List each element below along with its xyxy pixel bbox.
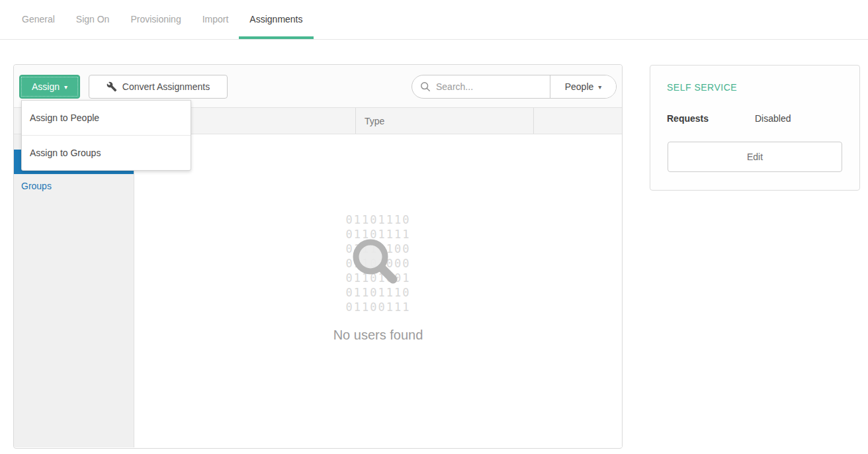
tab-import[interactable]: Import — [192, 0, 239, 39]
assignments-body: People Groups 01101110 01101111 01110100… — [14, 134, 622, 447]
assign-button-label: Assign — [32, 81, 60, 92]
empty-message: No users found — [134, 328, 622, 343]
self-service-panel: SELF SERVICE Requests Disabled Edit — [650, 65, 860, 191]
search-scope-dropdown[interactable]: People▾ — [550, 75, 616, 98]
search-scope-label: People — [565, 81, 594, 92]
column-header-type: Type — [365, 108, 384, 134]
empty-state: 01101110 01101111 01110100 01101000 0110… — [134, 134, 622, 447]
search-icon — [420, 81, 431, 92]
convert-assignments-label: Convert Assignments — [122, 81, 210, 92]
convert-assignments-button[interactable]: Convert Assignments — [89, 75, 228, 99]
app-assignments-page: General Sign On Provisioning Import Assi… — [0, 0, 868, 454]
edit-button[interactable]: Edit — [668, 142, 842, 172]
sidebar-item-groups[interactable]: Groups — [14, 174, 134, 199]
assign-button[interactable]: Assign▾ — [19, 75, 80, 99]
tab-assignments[interactable]: Assignments — [239, 0, 313, 39]
magnifier-art-icon — [334, 222, 407, 298]
app-tabbar: General Sign On Provisioning Import Assi… — [0, 0, 868, 40]
menu-item-assign-to-groups[interactable]: Assign to Groups — [22, 135, 191, 170]
requests-row: Requests Disabled — [667, 113, 846, 124]
caret-down-icon: ▾ — [598, 83, 601, 91]
assign-dropdown-menu: Assign to People Assign to Groups — [21, 100, 191, 171]
tab-provisioning[interactable]: Provisioning — [120, 0, 191, 39]
requests-label: Requests — [667, 113, 709, 124]
wrench-icon — [107, 81, 117, 92]
menu-item-assign-to-people[interactable]: Assign to People — [22, 101, 191, 135]
binary-art: 01101110 01101111 01110100 01101000 0110… — [346, 212, 411, 314]
search-group: People▾ — [412, 75, 617, 99]
binary-line: 01100111 — [346, 300, 411, 314]
column-divider — [533, 108, 534, 134]
self-service-title: SELF SERVICE — [667, 82, 737, 93]
tab-sign-on[interactable]: Sign On — [65, 0, 120, 39]
assignments-panel: Assign▾ Convert Assignments — [13, 64, 623, 449]
caret-down-icon: ▾ — [64, 83, 67, 91]
column-divider — [355, 108, 356, 134]
assignment-filter-sidebar: People Groups — [14, 134, 134, 447]
search-input[interactable] — [431, 81, 550, 92]
tab-general[interactable]: General — [11, 0, 65, 39]
requests-status-value: Disabled — [755, 113, 791, 124]
